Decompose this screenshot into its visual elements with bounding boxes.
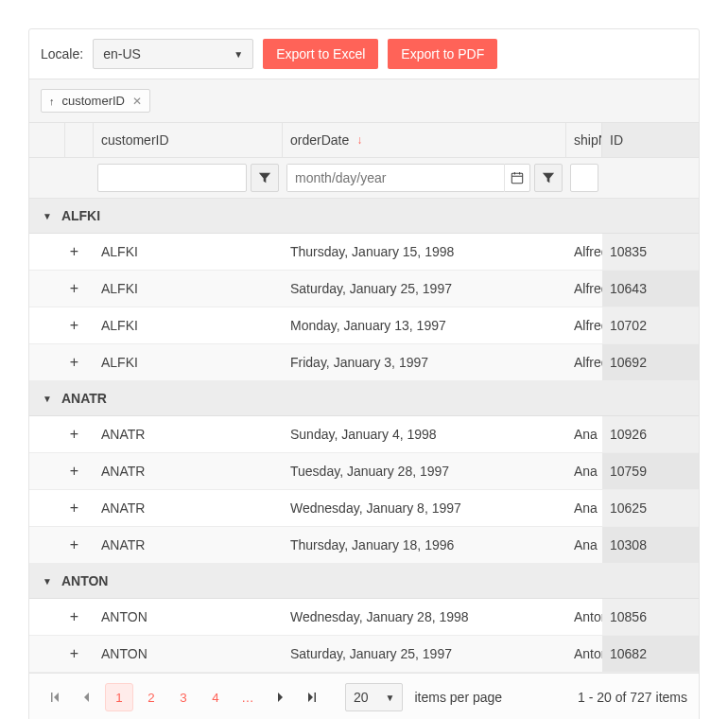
cell-id: 10835 [602,234,699,270]
table-row: +ANTONSaturday, January 25, 1997Antonio1… [29,636,699,673]
funnel-icon [258,171,271,184]
cell-id: 10625 [602,490,699,526]
expand-cell: + [29,344,94,380]
expand-cell: + [29,307,94,343]
pager-more-button[interactable]: … [234,683,262,711]
cell-shipname: Alfreds [566,344,602,380]
column-header-id[interactable]: ID [602,123,699,157]
pager-page-button[interactable]: 4 [201,683,230,711]
grid-header-row: customerID orderDate ↓ shipName ID [29,123,699,158]
cell-orderdate: Wednesday, January 8, 1997 [283,490,566,526]
page-size-select[interactable]: 20 ▼ [345,683,403,711]
pager-page-button[interactable]: 3 [169,683,198,711]
cell-customer: ANATR [94,416,283,452]
cell-customer: ANTON [94,599,283,635]
cell-orderdate: Sunday, January 4, 1998 [283,416,566,452]
cell-shipname: Alfreds [566,271,602,307]
header-cell-group-expander [29,123,65,157]
chevron-right-icon [275,693,285,702]
pager-prev-button[interactable] [73,683,101,711]
locale-select[interactable]: en-US ▼ [93,39,253,69]
toolbar: Locale: en-US ▼ Export to Excel Export t… [29,29,699,79]
pager-next-button[interactable] [266,683,294,711]
table-row: +ANATRTuesday, January 28, 1997Ana10759 [29,453,699,490]
group-chip-customerID[interactable]: ↑ customerID ✕ [41,89,150,113]
locale-value: en-US [103,46,141,61]
page-size-value: 20 [354,690,369,705]
plus-icon[interactable]: + [70,500,78,517]
plus-icon[interactable]: + [70,608,78,625]
arrow-up-icon: ↑ [49,96,55,107]
column-header-label: ID [610,132,623,148]
expand-cell: + [29,527,94,563]
cell-customer: ALFKI [94,344,283,380]
date-input-wrap [286,164,530,192]
group-name: ANATR [61,391,107,406]
table-row: +ALFKIThursday, January 15, 1998Alfreds1… [29,234,699,271]
first-page-icon [49,692,61,703]
cell-orderdate: Thursday, January 18, 1996 [283,527,566,563]
group-row[interactable]: ▼ANTON [29,564,699,599]
funnel-icon [542,171,555,184]
grid-wrapper: Locale: en-US ▼ Export to Excel Export t… [28,28,700,719]
cell-customer: ANATR [94,527,283,563]
filter-input-shipName[interactable] [570,164,598,192]
cell-id: 10926 [602,416,699,452]
pager-page-button[interactable]: 2 [137,683,165,711]
group-row[interactable]: ▼ANATR [29,381,699,416]
plus-icon[interactable]: + [70,243,78,260]
cell-shipname: Ana [566,527,602,563]
cell-orderdate: Saturday, January 25, 1997 [283,271,566,307]
cell-shipname: Alfreds [566,234,602,270]
export-excel-button[interactable]: Export to Excel [263,39,378,69]
plus-icon[interactable]: + [70,280,78,297]
filter-button-customerID[interactable] [251,164,279,192]
table-row: +ANATRThursday, January 18, 1996Ana10308 [29,527,699,564]
group-row[interactable]: ▼ALFKI [29,199,699,234]
close-icon[interactable]: ✕ [132,95,142,108]
caret-down-icon: ▼ [386,693,395,703]
filter-input-orderDate[interactable] [287,165,504,191]
pager-page-button[interactable]: 1 [105,683,133,711]
calendar-icon [511,171,524,184]
cell-orderdate: Tuesday, January 28, 1997 [283,453,566,489]
cell-customer: ANATR [94,453,283,489]
plus-icon[interactable]: + [70,463,78,480]
grid-filter-row [29,158,699,199]
table-row: +ALFKIMonday, January 13, 1997Alfreds107… [29,307,699,344]
cell-shipname: Ana [566,490,602,526]
expand-cell: + [29,271,94,307]
pager-info: 1 - 20 of 727 items [578,690,687,705]
plus-icon[interactable]: + [70,354,78,371]
expand-cell: + [29,599,94,635]
cell-customer: ANATR [94,490,283,526]
export-pdf-button[interactable]: Export to PDF [388,39,497,69]
page-size-label: items per page [414,690,502,705]
pager-last-button[interactable] [298,683,326,711]
chevron-left-icon [82,693,92,702]
last-page-icon [306,692,318,703]
cell-customer: ALFKI [94,307,283,343]
cell-id: 10692 [602,344,699,380]
plus-icon[interactable]: + [70,536,78,553]
filter-button-orderDate[interactable] [534,164,563,192]
cell-orderdate: Thursday, January 15, 1998 [283,234,566,270]
cell-shipname: Ana [566,416,602,452]
plus-icon[interactable]: + [70,645,78,662]
collapse-icon[interactable]: ▼ [43,576,52,587]
arrow-down-icon: ↓ [356,133,362,147]
collapse-icon[interactable]: ▼ [43,211,52,221]
plus-icon[interactable]: + [70,426,78,443]
column-header-customerID[interactable]: customerID [94,123,283,157]
plus-icon[interactable]: + [70,317,78,334]
table-row: +ALFKISaturday, January 25, 1997Alfreds1… [29,271,699,307]
column-header-orderDate[interactable]: orderDate ↓ [283,123,566,157]
table-row: +ANATRSunday, January 4, 1998Ana10926 [29,416,699,453]
filter-input-customerID[interactable] [97,164,247,192]
calendar-button[interactable] [504,164,529,192]
collapse-icon[interactable]: ▼ [43,394,52,404]
column-header-label: customerID [101,132,169,148]
column-header-shipName[interactable]: shipName [566,123,602,157]
pager-first-button[interactable] [41,683,69,711]
expand-cell: + [29,416,94,452]
